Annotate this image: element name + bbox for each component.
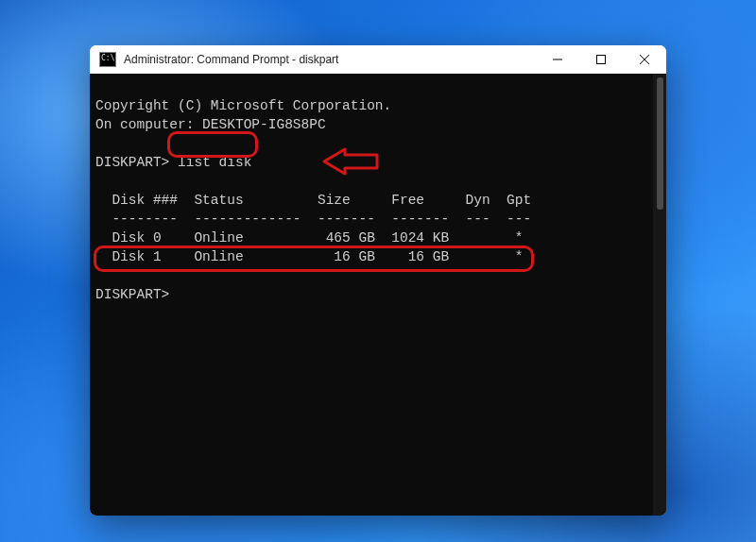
minimize-button[interactable]	[536, 45, 579, 74]
table-row: Disk 1 Online 16 GB 16 GB *	[95, 249, 523, 264]
entered-command: list disk	[178, 155, 251, 170]
close-button[interactable]	[623, 45, 666, 74]
diskpart-prompt: DISKPART>	[95, 287, 169, 302]
terminal-client-area[interactable]: Copyright (C) Microsoft Corporation. On …	[90, 74, 666, 516]
scrollbar-thumb[interactable]	[657, 77, 663, 210]
copyright-line: Copyright (C) Microsoft Corporation.	[95, 98, 391, 113]
cmd-icon	[99, 52, 116, 67]
annotation-command-highlight	[167, 131, 258, 158]
command-prompt-window: Administrator: Command Prompt - diskpart…	[90, 45, 666, 516]
window-title: Administrator: Command Prompt - diskpart	[124, 53, 536, 66]
scrollbar-track[interactable]	[653, 74, 666, 516]
table-header: Disk ### Status Size Free Dyn Gpt	[95, 193, 531, 208]
table-divider: -------- ------------- ------- ------- -…	[95, 212, 531, 227]
table-row: Disk 0 Online 465 GB 1024 KB *	[95, 230, 523, 246]
on-computer-line: On computer: DESKTOP-IG8S8PC	[95, 117, 326, 132]
titlebar[interactable]: Administrator: Command Prompt - diskpart	[90, 45, 666, 74]
maximize-button[interactable]	[579, 45, 623, 74]
annotation-arrow-icon	[269, 128, 385, 200]
svg-rect-1	[597, 56, 606, 64]
diskpart-prompt: DISKPART>	[95, 155, 169, 170]
